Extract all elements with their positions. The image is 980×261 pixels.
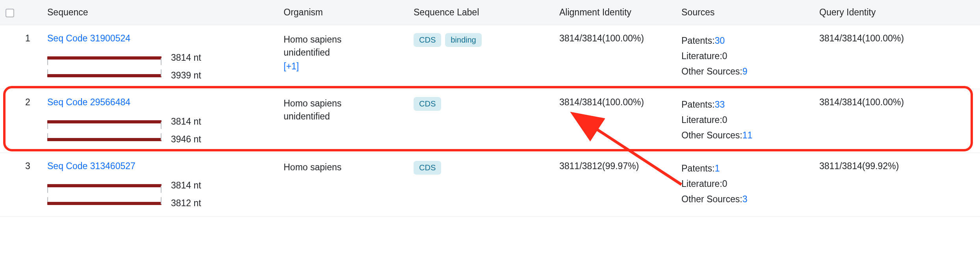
other-source-label: Other Sources: <box>681 66 742 76</box>
patents-source-value[interactable]: 33 <box>715 99 725 110</box>
label-cell: CDS <box>408 153 554 217</box>
literature-source-value: 0 <box>722 179 728 189</box>
other-source-value[interactable]: 11 <box>742 130 753 140</box>
nt-length-top: 3814 nt <box>171 52 201 63</box>
alignment-bar-bottom: 3939 nt <box>47 70 273 81</box>
literature-source-value: 0 <box>722 51 728 61</box>
select-all-checkbox[interactable] <box>6 9 14 17</box>
alignment-bar-top: 3814 nt <box>47 116 273 127</box>
alignment-bar-top: 3814 nt <box>47 52 273 63</box>
patents-source: Patents:30 <box>681 33 808 48</box>
literature-source-label: Literature: <box>681 179 722 189</box>
row-index: 1 <box>20 25 42 89</box>
other-source-label: Other Sources: <box>681 194 742 204</box>
row-index: 3 <box>20 153 42 217</box>
sequence-label-tag[interactable]: CDS <box>414 97 441 111</box>
sequence-link[interactable]: Seq Code 29566484 <box>47 97 130 108</box>
sources-cell: Patents:33Literature:0Other Sources:11 <box>676 89 814 153</box>
organism-line: unidentified <box>284 46 403 59</box>
alignment-identity-cell: 3814/3814(100.00%) <box>554 25 676 89</box>
patents-source-label: Patents: <box>681 99 715 110</box>
row-index: 2 <box>20 89 42 153</box>
organism-cell: Homo sapiens <box>278 153 408 217</box>
header-checkbox-cell <box>0 0 20 25</box>
sequence-link[interactable]: Seq Code 31900524 <box>47 33 130 44</box>
nt-length-bottom: 3939 nt <box>171 70 201 81</box>
other-source: Other Sources:3 <box>681 192 808 207</box>
alignment-visual: 3814 nt3939 nt <box>47 52 273 81</box>
patents-source-value[interactable]: 30 <box>715 35 725 46</box>
nt-length-top: 3814 nt <box>171 180 201 191</box>
literature-source: Literature:0 <box>681 112 808 128</box>
table-row: 3Seq Code 3134605273814 nt3812 ntHomo sa… <box>0 153 980 217</box>
patents-source-label: Patents: <box>681 163 715 173</box>
sequence-label-tag[interactable]: binding <box>445 33 482 47</box>
literature-source: Literature:0 <box>681 48 808 64</box>
query-identity-cell: 3814/3814(100.00%) <box>814 25 980 89</box>
literature-source-label: Literature: <box>681 115 722 125</box>
sequence-cell: Seq Code 3134605273814 nt3812 nt <box>42 153 278 217</box>
organism-line: unidentified <box>284 110 403 123</box>
results-table-container: Sequence Organism Sequence Label Alignme… <box>0 0 980 217</box>
results-table: Sequence Organism Sequence Label Alignme… <box>0 0 980 217</box>
table-row: 1Seq Code 319005243814 nt3939 ntHomo sap… <box>0 25 980 89</box>
other-source-label: Other Sources: <box>681 130 742 140</box>
other-source-value[interactable]: 9 <box>742 66 748 76</box>
nt-length-bottom: 3812 nt <box>171 198 201 209</box>
sources-cell: Patents:1Literature:0Other Sources:3 <box>676 153 814 217</box>
table-header-row: Sequence Organism Sequence Label Alignme… <box>0 0 980 25</box>
row-checkbox-cell <box>0 89 20 153</box>
label-cell: CDS <box>408 89 554 153</box>
patents-source-value[interactable]: 1 <box>715 163 720 173</box>
organism-line: Homo sapiens <box>284 161 403 174</box>
header-sequence[interactable]: Sequence <box>42 0 278 25</box>
literature-source: Literature:0 <box>681 176 808 192</box>
literature-source-label: Literature: <box>681 51 722 61</box>
sequence-link[interactable]: Seq Code 313460527 <box>47 161 135 172</box>
organism-line: Homo sapiens <box>284 33 403 46</box>
label-cell: CDSbinding <box>408 25 554 89</box>
header-index <box>20 0 42 25</box>
query-identity-cell: 3811/3814(99.92%) <box>814 153 980 217</box>
nt-length-bottom: 3946 nt <box>171 134 201 145</box>
row-checkbox-cell <box>0 153 20 217</box>
sequence-label-tag[interactable]: CDS <box>414 161 441 175</box>
alignment-identity-cell: 3814/3814(100.00%) <box>554 89 676 153</box>
organism-cell: Homo sapiensunidentified <box>278 89 408 153</box>
organism-cell: Homo sapiensunidentified[+1] <box>278 25 408 89</box>
row-checkbox-cell <box>0 25 20 89</box>
alignment-visual: 3814 nt3812 nt <box>47 180 273 209</box>
header-query[interactable]: Query Identity <box>814 0 980 25</box>
sequence-cell: Seq Code 295664843814 nt3946 nt <box>42 89 278 153</box>
nt-length-top: 3814 nt <box>171 116 201 127</box>
sequence-cell: Seq Code 319005243814 nt3939 nt <box>42 25 278 89</box>
other-source-value[interactable]: 3 <box>742 194 748 204</box>
sequence-label-tag[interactable]: CDS <box>414 33 441 47</box>
header-label[interactable]: Sequence Label <box>408 0 554 25</box>
patents-source: Patents:1 <box>681 161 808 176</box>
literature-source-value: 0 <box>722 115 728 125</box>
query-identity-cell: 3814/3814(100.00%) <box>814 89 980 153</box>
sources-cell: Patents:30Literature:0Other Sources:9 <box>676 25 814 89</box>
organism-line: Homo sapiens <box>284 97 403 110</box>
organism-expand-link[interactable]: [+1] <box>284 61 299 72</box>
other-source: Other Sources:9 <box>681 64 808 79</box>
alignment-identity-cell: 3811/3812(99.97%) <box>554 153 676 217</box>
other-source: Other Sources:11 <box>681 128 808 143</box>
patents-source-label: Patents: <box>681 35 715 46</box>
header-organism[interactable]: Organism <box>278 0 408 25</box>
alignment-bar-bottom: 3812 nt <box>47 198 273 209</box>
table-row: 2Seq Code 295664843814 nt3946 ntHomo sap… <box>0 89 980 153</box>
alignment-visual: 3814 nt3946 nt <box>47 116 273 145</box>
alignment-bar-top: 3814 nt <box>47 180 273 191</box>
alignment-bar-bottom: 3946 nt <box>47 134 273 145</box>
patents-source: Patents:33 <box>681 97 808 112</box>
header-alignment[interactable]: Alignment Identity <box>554 0 676 25</box>
header-sources[interactable]: Sources <box>676 0 814 25</box>
